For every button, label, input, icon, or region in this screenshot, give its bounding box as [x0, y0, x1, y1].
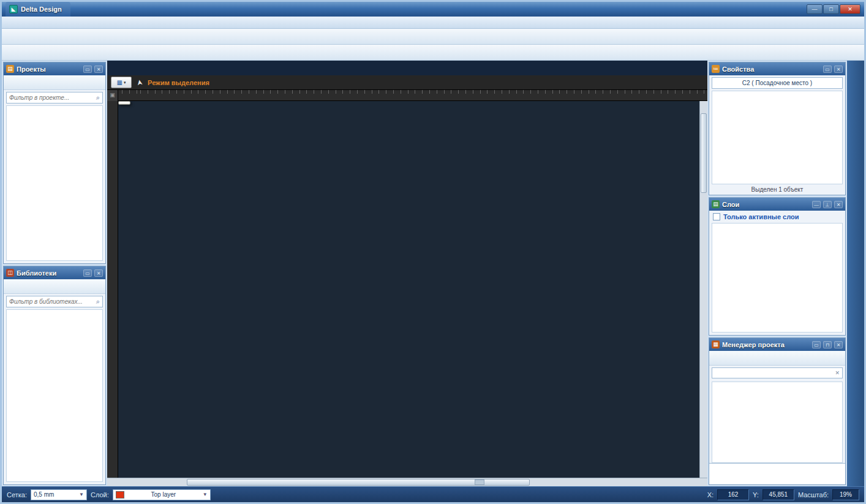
ruler-horizontal	[118, 90, 707, 100]
zoom-value: 19%	[832, 489, 859, 500]
layer-label: Слой:	[91, 491, 109, 498]
properties-panel-icon: ≔	[712, 65, 720, 73]
menu-bar	[2, 17, 864, 29]
cursor-icon: ➤	[135, 78, 145, 86]
projects-tree	[6, 105, 103, 261]
projects-autohide-button[interactable]: ▭	[83, 66, 92, 73]
x-coordinate-value: 162	[717, 489, 749, 500]
canvas-hscrollbar[interactable]	[107, 478, 707, 486]
manager-close-button[interactable]: ✕	[834, 341, 843, 348]
chevron-down-icon: ▼	[79, 492, 84, 497]
minimize-button[interactable]: —	[807, 4, 823, 14]
manager-autohide-button[interactable]: ▭	[812, 341, 821, 348]
projects-panel-icon: ▤	[6, 65, 14, 73]
properties-autohide-button[interactable]: ▭	[823, 66, 832, 73]
projects-search-input[interactable]	[9, 94, 96, 101]
projects-search[interactable]: ⌕	[6, 92, 103, 103]
selection-count-label: Выделен 1 объект	[709, 184, 845, 195]
projects-close-button[interactable]: ✕	[94, 66, 103, 73]
selection-combo[interactable]: C2 ( Посадочное место )	[712, 77, 843, 89]
manager-filter[interactable]: ✕	[712, 367, 843, 378]
active-layer-value: Top layer	[127, 491, 200, 498]
properties-panel: ≔ Свойства ▭ ✕ C2 ( Посадочное место ) В…	[709, 62, 846, 195]
toolbar-tools	[2, 45, 864, 61]
layers-panel: ▤ Слои — ⊥ ✕ Только активные слои	[709, 197, 846, 336]
layers-pin-button[interactable]: ⊥	[823, 201, 832, 208]
active-layers-only-checkbox[interactable]	[713, 213, 720, 220]
layers-panel-title: Слои	[722, 201, 810, 208]
libraries-panel-icon: ◫	[6, 269, 14, 277]
search-icon: ⌕	[96, 94, 100, 102]
properties-close-button[interactable]: ✕	[834, 66, 843, 73]
grid-step-combo[interactable]: 0,5 mm ▼	[31, 489, 87, 500]
active-layers-only-label: Только активные слои	[723, 213, 799, 220]
ruler-corner-button[interactable]: ▣	[107, 90, 118, 101]
document-tab-bar	[107, 61, 707, 75]
manager-pin-button[interactable]: ⊓	[823, 341, 832, 348]
libraries-search-input[interactable]	[9, 298, 96, 305]
properties-panel-title: Свойства	[722, 66, 821, 73]
active-layer-combo[interactable]: Top layer ▼	[113, 489, 211, 500]
active-layer-swatch	[116, 491, 124, 498]
layers-panel-icon: ▤	[712, 200, 720, 208]
zoom-label: Масштаб:	[798, 491, 829, 498]
app-logo-icon: ◣	[9, 5, 18, 13]
ruler-vertical	[107, 101, 118, 478]
libraries-autohide-button[interactable]: ▭	[83, 269, 92, 277]
libraries-panel: ◫ Библиотеки ▭ ✕ ⌕	[3, 266, 106, 485]
editor-toolbar: ▦▾ ➤ Режим выделения	[107, 75, 707, 90]
grid-label: Сетка:	[7, 491, 27, 498]
project-manager-title: Менеджер проекта	[722, 341, 810, 348]
property-grid	[712, 91, 843, 184]
app-window: ◣ Delta Design — □ ✕ ▤ Проекты ▭ ✕	[0, 0, 866, 504]
search-icon: ⌕	[96, 298, 100, 306]
layers-tree	[712, 223, 843, 333]
libraries-search[interactable]: ⌕	[6, 296, 103, 307]
libraries-close-button[interactable]: ✕	[94, 269, 103, 277]
libraries-tree	[6, 309, 103, 482]
pcb-canvas[interactable]	[118, 101, 699, 478]
projects-panel: ▤ Проекты ▭ ✕ ⌕	[3, 62, 106, 264]
canvas-vscrollbar[interactable]	[699, 101, 707, 478]
layers-minimize-button[interactable]: —	[812, 201, 821, 208]
project-manager-panel: ▦ Менеджер проекта ▭ ⊓ ✕ ✕	[709, 337, 846, 485]
y-coordinate-value: 45,851	[762, 489, 794, 500]
close-button[interactable]: ✕	[840, 4, 860, 14]
projects-panel-title: Проекты	[17, 66, 81, 73]
status-bar: Сетка: 0,5 mm ▼ Слой: Top layer ▼ X: 162…	[2, 486, 864, 502]
right-dock-strip	[847, 61, 864, 486]
manager-filter-input[interactable]	[715, 370, 835, 377]
y-label: Y:	[753, 491, 759, 498]
x-label: X:	[707, 491, 714, 498]
nets-tree	[712, 382, 843, 463]
libraries-panel-title: Библиотеки	[17, 269, 81, 277]
grid-step-value: 0,5 mm	[34, 491, 54, 498]
component-tooltip	[118, 101, 130, 105]
pcb-board-drawing[interactable]	[118, 101, 699, 478]
maximize-button[interactable]: □	[823, 4, 839, 14]
app-title: Delta Design	[21, 6, 62, 13]
app-badge: ◣ Delta Design	[6, 2, 70, 17]
selection-tool-button[interactable]: ▦▾	[111, 77, 132, 88]
toolbar-main	[2, 29, 864, 45]
clear-filter-icon[interactable]: ✕	[835, 370, 840, 376]
title-bar: ◣ Delta Design — □ ✕	[2, 2, 864, 17]
editor-mode-label: Режим выделения	[148, 79, 209, 86]
pins-table-body	[709, 464, 845, 484]
layers-close-button[interactable]: ✕	[834, 201, 843, 208]
chevron-down-icon: ▼	[203, 492, 208, 497]
project-manager-icon: ▦	[712, 340, 720, 348]
